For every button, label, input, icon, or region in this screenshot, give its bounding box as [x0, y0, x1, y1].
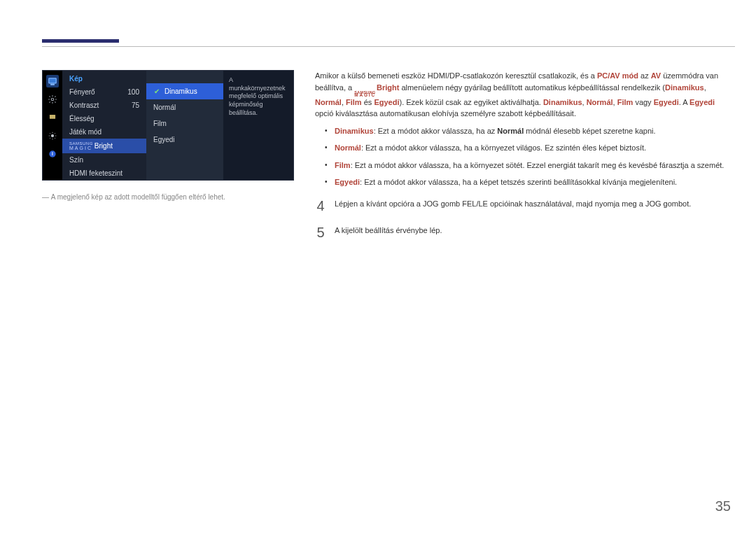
bullet-list: Dinamikus: Ezt a módot akkor válassza, h…	[325, 125, 729, 188]
osd-item-value: 100	[127, 88, 139, 96]
osd-sub-label: Dinamikus	[164, 87, 197, 95]
osd-icon-rail: i	[43, 71, 62, 180]
info-icon: i	[46, 148, 59, 160]
osd-item-label: Élesség	[69, 115, 94, 122]
header-rule	[42, 39, 735, 46]
brand-magic-inline: SAMSUNGMAGIC	[354, 92, 376, 97]
osd-item-gamemode[interactable]: Játék mód	[62, 125, 146, 139]
osd-item-label: HDMI feketeszint	[69, 169, 122, 177]
osd-item-magicbright[interactable]: SAMSUNG MAGIC Bright	[62, 139, 146, 153]
step-number: 4	[315, 195, 326, 216]
osd-sub-dinamikus[interactable]: ✔ Dinamikus	[146, 83, 223, 99]
list-item: Film: Ezt a módot akkor válassza, ha a k…	[325, 160, 729, 171]
svg-rect-0	[49, 78, 57, 83]
intro-paragraph: Amikor a külső bemeneti eszköz HDMI/DP-c…	[315, 70, 729, 120]
list-item: Dinamikus: Ezt a módot akkor válassza, h…	[325, 125, 729, 137]
osd-panel: i Kép Fényerő 100 Kontraszt 75 Élesség J…	[42, 70, 294, 181]
list-item: Normál: Ezt a módot akkor válassza, ha a…	[325, 142, 729, 154]
svg-rect-3	[50, 115, 55, 119]
osd-sub-normal[interactable]: Normál	[146, 99, 223, 115]
screen-icon	[46, 111, 59, 124]
osd-item-hdmiblack[interactable]: HDMI feketeszint	[62, 167, 146, 180]
osd-item-label: SAMSUNG MAGIC Bright	[69, 141, 113, 150]
osd-item-brightness[interactable]: Fényerő 100	[62, 85, 146, 99]
osd-submenu: ✔ Dinamikus Normál Film Egyedi	[146, 71, 223, 180]
svg-text:i: i	[52, 151, 53, 156]
osd-item-label: Játék mód	[69, 128, 102, 136]
svg-point-4	[51, 134, 54, 137]
settings-icon	[46, 93, 59, 106]
osd-item-color[interactable]: Szín	[62, 153, 146, 167]
step-4: 4 Lépjen a kívánt opcióra a JOG gomb FEL…	[315, 195, 729, 216]
osd-sub-egyedi[interactable]: Egyedi	[146, 132, 223, 148]
svg-point-2	[51, 98, 54, 101]
list-item: Egyedi: Ezt a módot akkor válassza, ha a…	[325, 176, 729, 188]
osd-item-sharpness[interactable]: Élesség	[62, 112, 146, 125]
osd-sub-film[interactable]: Film	[146, 115, 223, 132]
osd-menu-title: Kép	[62, 71, 146, 85]
right-column: Amikor a külső bemeneti eszköz HDMI/DP-c…	[315, 70, 729, 243]
picture-icon	[46, 75, 59, 87]
osd-item-label: Fényerő	[69, 88, 95, 96]
svg-rect-1	[51, 84, 55, 85]
page-number: 35	[715, 498, 731, 514]
osd-item-label: Szín	[69, 156, 83, 164]
brightness-icon	[46, 129, 59, 142]
osd-menu: Kép Fényerő 100 Kontraszt 75 Élesség Ját…	[62, 71, 146, 180]
osd-description: A munkakörnyezetnek megfelelő optimális …	[223, 71, 293, 180]
check-icon: ✔	[153, 88, 160, 95]
osd-sub-label: Egyedi	[153, 136, 175, 143]
step-text: A kijelölt beállítás érvénybe lép.	[335, 222, 729, 237]
osd-main: Kép Fényerő 100 Kontraszt 75 Élesség Ját…	[62, 71, 293, 180]
step-number: 5	[315, 222, 326, 243]
step-text: Lépjen a kívánt opcióra a JOG gomb FEL/L…	[335, 195, 729, 210]
osd-item-label: Kontraszt	[69, 101, 99, 109]
step-5: 5 A kijelölt beállítás érvénybe lép.	[315, 222, 729, 243]
osd-item-contrast[interactable]: Kontraszt 75	[62, 99, 146, 112]
osd-sub-label: Normál	[153, 104, 176, 111]
osd-sub-label: Film	[153, 120, 167, 127]
osd-item-value: 75	[132, 101, 139, 109]
